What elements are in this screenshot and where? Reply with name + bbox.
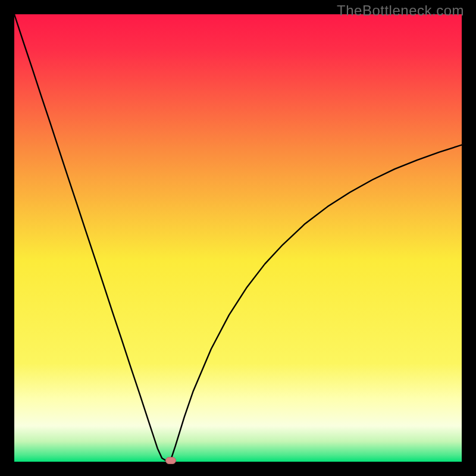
watermark-text: TheBottleneck.com (337, 2, 464, 19)
plot-area (14, 14, 462, 462)
optimal-point-marker (165, 457, 176, 464)
gradient-background (14, 14, 462, 462)
chart-frame: TheBottleneck.com (0, 0, 476, 476)
chart-svg (14, 14, 462, 462)
